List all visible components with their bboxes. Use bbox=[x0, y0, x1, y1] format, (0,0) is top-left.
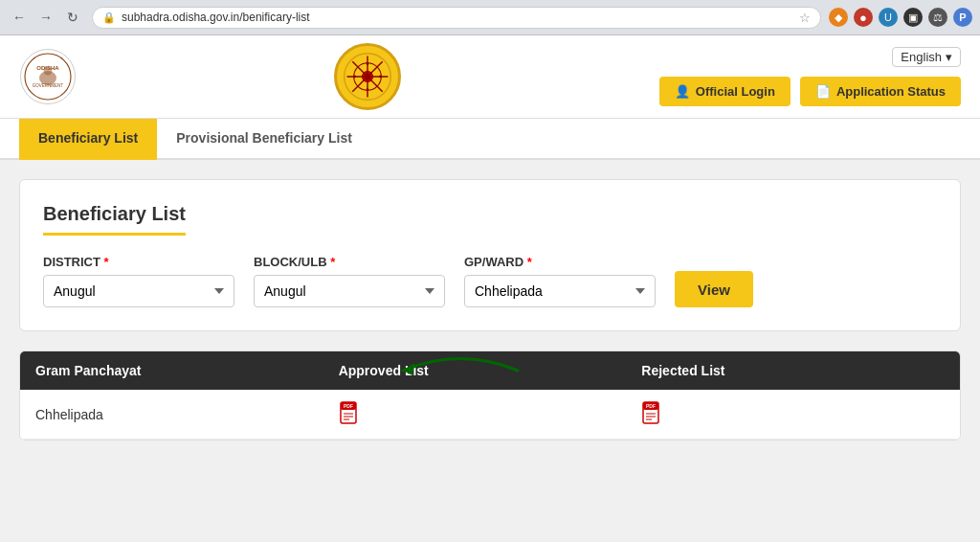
url-text: subhadra.odisha.gov.in/benificary-list bbox=[122, 11, 310, 24]
nav-buttons: ← → ↻ bbox=[8, 6, 84, 29]
main-content: Beneficiary List DISTRICT * Anugul BLOCK… bbox=[0, 160, 980, 460]
svg-text:PDF: PDF bbox=[344, 403, 353, 409]
gp-ward-filter-group: GP/WARD * Chhelipada bbox=[464, 255, 656, 307]
header-gram-panchayat: Gram Panchayat bbox=[35, 363, 339, 378]
cell-gram-panchayat: Chhelipada bbox=[35, 407, 339, 422]
language-text: English bbox=[901, 50, 942, 64]
browser-icon-5[interactable]: ⚖ bbox=[928, 8, 947, 27]
district-filter-group: DISTRICT * Anugul bbox=[43, 255, 234, 307]
svg-text:PDF: PDF bbox=[646, 403, 656, 409]
svg-point-14 bbox=[367, 62, 369, 65]
svg-point-17 bbox=[380, 76, 383, 79]
header-buttons: 👤 Official Login 📄 Application Status bbox=[659, 77, 961, 106]
forward-button[interactable]: → bbox=[34, 6, 57, 29]
district-select[interactable]: Anugul bbox=[43, 275, 234, 307]
data-table: Gram Panchayat Approved List Rejected Li… bbox=[19, 350, 961, 440]
user-icon: 👤 bbox=[675, 84, 690, 99]
svg-point-16 bbox=[353, 76, 356, 79]
block-ulb-required: * bbox=[330, 255, 335, 269]
star-icon[interactable]: ☆ bbox=[799, 11, 811, 25]
document-icon: 📄 bbox=[815, 84, 831, 99]
back-button[interactable]: ← bbox=[8, 6, 31, 29]
gp-ward-label: GP/WARD * bbox=[464, 255, 656, 269]
tab-beneficiary-list[interactable]: Beneficiary List bbox=[19, 119, 157, 160]
gp-ward-select[interactable]: Chhelipada bbox=[464, 275, 656, 307]
block-ulb-filter-group: BLOCK/ULB * Anugul bbox=[254, 255, 445, 307]
browser-chrome: ← → ↻ 🔒 subhadra.odisha.gov.in/benificar… bbox=[0, 0, 980, 35]
site-header: ODISHA GOVERNMENT bbox=[0, 35, 980, 119]
tab-bar: Beneficiary List Provisional Beneficiary… bbox=[0, 119, 980, 160]
language-selector[interactable]: English ▾ bbox=[892, 47, 961, 67]
application-status-button[interactable]: 📄 Application Status bbox=[800, 77, 961, 106]
svg-point-13 bbox=[366, 74, 371, 79]
official-login-button[interactable]: 👤 Official Login bbox=[659, 77, 791, 106]
filters-row: DISTRICT * Anugul BLOCK/ULB * Anugul bbox=[43, 255, 937, 307]
lock-icon: 🔒 bbox=[102, 11, 116, 24]
rejected-pdf-icon[interactable]: PDF bbox=[641, 401, 664, 424]
browser-icon-4[interactable]: ▣ bbox=[903, 8, 923, 27]
svg-point-15 bbox=[367, 88, 369, 91]
district-label: DISTRICT * bbox=[43, 255, 234, 269]
header-rejected-list: Rejected List bbox=[641, 363, 945, 378]
approved-pdf-icon[interactable]: PDF bbox=[339, 401, 362, 424]
browser-icon-1[interactable]: ◆ bbox=[829, 8, 848, 27]
address-bar[interactable]: 🔒 subhadra.odisha.gov.in/benificary-list… bbox=[92, 7, 821, 29]
chevron-down-icon: ▾ bbox=[946, 50, 952, 64]
gp-ward-required: * bbox=[527, 255, 532, 269]
browser-icon-3[interactable]: U bbox=[879, 8, 898, 27]
beneficiary-list-card: Beneficiary List DISTRICT * Anugul BLOCK… bbox=[19, 179, 961, 331]
block-ulb-label: BLOCK/ULB * bbox=[254, 255, 445, 269]
odisha-govt-logo: ODISHA GOVERNMENT bbox=[19, 48, 77, 105]
block-ulb-select[interactable]: Anugul bbox=[254, 275, 445, 307]
svg-point-5 bbox=[44, 67, 53, 76]
table-row: Chhelipada PDF bbox=[20, 390, 960, 440]
card-title: Beneficiary List bbox=[43, 203, 186, 236]
table-header: Gram Panchayat Approved List Rejected Li… bbox=[20, 351, 960, 390]
cell-rejected-list: PDF bbox=[641, 401, 945, 427]
browser-toolbar-icons: ◆ ● U ▣ ⚖ P bbox=[829, 8, 972, 27]
district-required: * bbox=[104, 255, 109, 269]
view-button[interactable]: View bbox=[675, 271, 753, 307]
header-right: English ▾ 👤 Official Login 📄 Application… bbox=[659, 47, 961, 106]
subhadra-logo-center bbox=[334, 43, 401, 110]
browser-icon-2[interactable]: ● bbox=[854, 8, 873, 27]
header-approved-list: Approved List bbox=[339, 363, 642, 378]
cell-approved-list: PDF bbox=[339, 401, 642, 427]
profile-icon[interactable]: P bbox=[953, 8, 972, 27]
reload-button[interactable]: ↻ bbox=[61, 6, 84, 29]
tab-provisional-beneficiary-list[interactable]: Provisional Beneficiary List bbox=[157, 119, 371, 160]
